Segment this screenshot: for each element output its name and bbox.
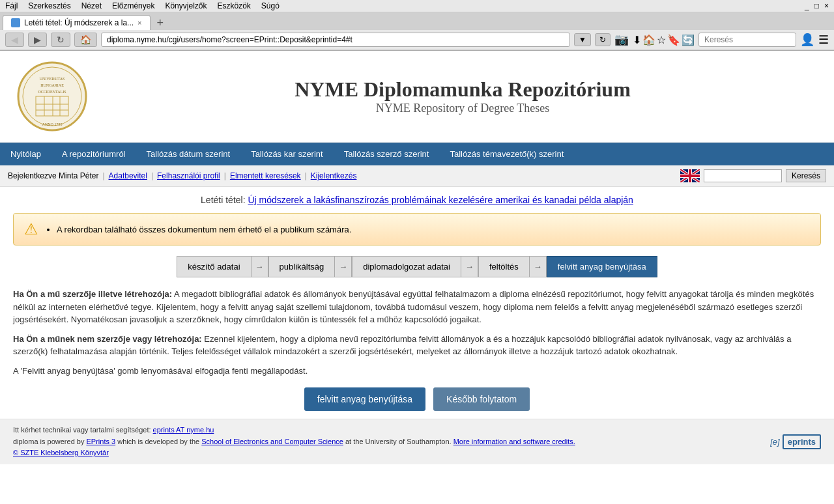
nav-browse-supervisor[interactable]: Tallózás témavezető(k) szerint xyxy=(439,143,574,165)
footer-eprints-link[interactable]: EPrints 3 xyxy=(87,438,116,445)
footer-university-text: at the University of Southampton. xyxy=(345,438,452,445)
nav-about[interactable]: A repozitóriumról xyxy=(51,143,136,165)
menu-szerkesztes[interactable]: Szerkesztés xyxy=(28,1,70,10)
step-arrow-4: → xyxy=(530,256,547,277)
browser-menubar: Fájl Szerkesztés Nézet Előzmények Könyvj… xyxy=(0,0,834,12)
menu-eszkozok[interactable]: Eszközök xyxy=(217,1,250,10)
svg-text:OCCIDENTALIS: OCCIDENTALIS xyxy=(38,90,66,94)
footer-help-text: Itt kérhet technikai vagy tartalmi segít… xyxy=(13,426,151,434)
home-button[interactable]: 🏠 xyxy=(74,33,97,47)
body-paragraph-2: Ha Ön a műnek nem szerzője vagy létrehoz… xyxy=(13,333,821,358)
browser-tabs: Letéti tétel: Új módszerek a la... × + xyxy=(0,12,834,30)
svg-text:HUNGARIAE: HUNGARIAE xyxy=(40,83,64,87)
back-button[interactable]: ◀ xyxy=(5,33,24,47)
footer-more-info-link[interactable]: More information and software credits. xyxy=(453,438,575,445)
menu-icon[interactable]: ☰ xyxy=(818,33,829,47)
later-button[interactable]: Később folytatom xyxy=(433,387,530,411)
menu-sugo[interactable]: Súgó xyxy=(261,1,280,10)
window-minimize[interactable]: _ xyxy=(805,1,809,10)
tab-label: Letéti tétel: Új módszerek a la... xyxy=(24,18,134,27)
step-1-button[interactable]: készítő adatai xyxy=(177,256,251,277)
svg-rect-20 xyxy=(680,175,700,177)
site-search-button[interactable]: Keresés xyxy=(786,169,826,182)
user-bar-left: Bejelentkezve Minta Péter | Adatbevitel … xyxy=(8,171,356,180)
browser-toolbar: ◀ ▶ ↻ 🏠 ▼ ↻ 📷 ⬇ 🏠 ☆ 🔖 🔄 👤 ☰ xyxy=(0,30,834,50)
menu-elozmenyek[interactable]: Előzmények xyxy=(112,1,154,10)
site-search-input[interactable] xyxy=(704,169,782,182)
step-3-button[interactable]: diplomadolgozat adatai xyxy=(352,256,461,277)
para1-label: Ha Ön a mű szerzője illetve létrehozója: xyxy=(13,289,172,299)
deposit-title-link[interactable]: Új módszerek a lakásfinanszírozás problé… xyxy=(248,195,633,205)
nav-nyitolap[interactable]: Nyitólap xyxy=(0,143,51,165)
step-4-button[interactable]: feltöltés xyxy=(478,256,530,277)
go-button[interactable]: ▼ xyxy=(574,33,591,46)
star-icon[interactable]: ☆ xyxy=(657,34,666,46)
window-maximize[interactable]: □ xyxy=(814,1,819,10)
warning-text: A rekordban található összes dokumentum … xyxy=(57,225,351,234)
kijelentkezes-link[interactable]: Kijelentkezés xyxy=(311,171,357,180)
deposit-title: Letéti tétel: Új módszerek a lakásfinans… xyxy=(13,195,821,205)
new-tab-button[interactable]: + xyxy=(152,16,169,30)
sync-icon[interactable]: 🔄 xyxy=(682,34,695,46)
site-header: UNIVERSITAS HUNGARIAE OCCIDENTALIS ANNO … xyxy=(0,51,834,143)
nav-browse-date[interactable]: Tallózás dátum szerint xyxy=(136,143,241,165)
main-navigation: Nyitólap A repozitóriumról Tallózás dátu… xyxy=(0,143,834,165)
browser-search-input[interactable] xyxy=(698,33,796,47)
eprints-logo: eprints xyxy=(783,434,821,449)
content-area: Letéti tétel: Új módszerek a lakásfinans… xyxy=(0,187,834,419)
site-logo: UNIVERSITAS HUNGARIAE OCCIDENTALIS ANNO … xyxy=(13,57,91,135)
footer-powered-line: diploma is powered by EPrints 3 which is… xyxy=(13,436,575,448)
action-buttons: felvitt anyag benyújtása Később folytato… xyxy=(13,387,821,411)
bookmark-icon[interactable]: 🔖 xyxy=(667,34,680,46)
window-close[interactable]: × xyxy=(824,1,829,10)
footer-help-line: Itt kérhet technikai vagy tartalmi segít… xyxy=(13,425,575,436)
tab-favicon xyxy=(11,18,20,27)
warning-content: A rekordban található összes dokumentum … xyxy=(46,225,351,234)
submit-button[interactable]: felvitt anyag benyújtása xyxy=(304,387,425,411)
site-subtitle: NYME Repository of Degree Theses xyxy=(104,102,821,115)
svg-text:ANNO 1735: ANNO 1735 xyxy=(42,122,63,126)
university-seal: UNIVERSITAS HUNGARIAE OCCIDENTALIS ANNO … xyxy=(16,61,88,132)
footer-copyright-link[interactable]: © SZTE Klebelsberg Könyvtár xyxy=(13,449,109,456)
user-bar: Bejelentkezve Minta Péter | Adatbevitel … xyxy=(0,165,834,187)
camera-icon: 📷 xyxy=(614,33,629,47)
site-title-area: NYME Diplomamunka Repozitórium NYME Repo… xyxy=(104,77,821,115)
site-title: NYME Diplomamunka Repozitórium xyxy=(104,77,821,102)
page-content: UNIVERSITAS HUNGARIAE OCCIDENTALIS ANNO … xyxy=(0,51,834,464)
menu-nezet[interactable]: Nézet xyxy=(81,1,102,10)
browser-tab-active[interactable]: Letéti tétel: Új módszerek a la... × xyxy=(3,15,151,30)
nav-browse-author[interactable]: Tallózás szerző szerint xyxy=(334,143,440,165)
adatbevitel-link[interactable]: Adatbevitel xyxy=(109,171,147,180)
body-paragraph-1: Ha Ön a mű szerzője illetve létrehozója:… xyxy=(13,288,821,326)
felhasznaloi-profil-link[interactable]: Felhasználói profil xyxy=(157,171,220,180)
para2-label: Ha Ön a műnek nem szerzője vagy létrehoz… xyxy=(13,334,202,344)
elmentett-keresesek-link[interactable]: Elmentett keresések xyxy=(230,171,301,180)
uk-flag-icon[interactable] xyxy=(680,169,700,182)
browser-chrome: Fájl Szerkesztés Nézet Előzmények Könyvj… xyxy=(0,0,834,51)
step-2-button[interactable]: publikáltság xyxy=(268,256,336,277)
svg-text:UNIVERSITAS: UNIVERSITAS xyxy=(40,77,65,81)
step-arrow-3: → xyxy=(461,256,478,277)
step-5-button[interactable]: felvitt anyag benyújtása xyxy=(547,256,657,277)
nav-browse-faculty[interactable]: Tallózás kar szerint xyxy=(240,143,334,165)
footer-school-link[interactable]: School of Electronics and Computer Scien… xyxy=(201,438,343,445)
refresh-button[interactable]: ↻ xyxy=(595,33,611,46)
reload-button[interactable]: ↻ xyxy=(51,33,70,47)
eprints-icon-e: [e] xyxy=(770,437,779,447)
steps-bar: készítő adatai → publikáltság → diplomad… xyxy=(13,256,821,277)
warning-icon: ⚠ xyxy=(24,220,38,238)
menu-konyvjelzok[interactable]: Könyvjelzők xyxy=(165,1,207,10)
tab-close-button[interactable]: × xyxy=(137,19,141,27)
download-icon[interactable]: ⬇ xyxy=(633,34,641,46)
footer-email-link[interactable]: eprints AT nyme.hu xyxy=(153,426,214,434)
avatar-icon[interactable]: 👤 xyxy=(800,33,814,47)
step-arrow-1: → xyxy=(252,256,268,277)
site-footer: Itt kérhet technikai vagy tartalmi segít… xyxy=(0,419,834,464)
footer-left: Itt kérhet technikai vagy tartalmi segít… xyxy=(13,425,575,459)
logged-in-label: Bejelentkezve Minta Péter xyxy=(8,171,98,180)
warning-box: ⚠ A rekordban található összes dokumentu… xyxy=(13,213,821,245)
menu-fajl[interactable]: Fájl xyxy=(5,1,18,10)
forward-button[interactable]: ▶ xyxy=(28,33,47,47)
home-nav-icon[interactable]: 🏠 xyxy=(642,34,655,46)
address-bar[interactable] xyxy=(101,33,570,47)
